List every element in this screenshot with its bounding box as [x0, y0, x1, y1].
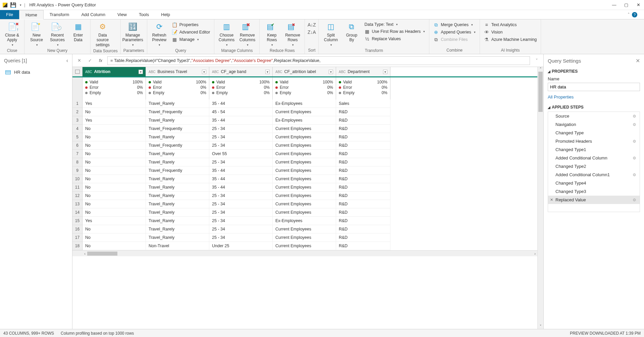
cell[interactable]: No — [83, 183, 146, 192]
manage-parameters-button[interactable]: 🔢ManageParameters▾ — [123, 21, 142, 48]
vertical-scrollbar[interactable]: ˄ ˅ — [537, 67, 543, 329]
cell[interactable]: No — [83, 208, 146, 217]
cell[interactable]: Travel_Rarely — [146, 233, 209, 242]
table-row[interactable]: 15YesTravel_Rarely25 - 34Ex-EmployeesR&D — [72, 217, 537, 225]
keep-rows-button[interactable]: ▤✔KeepRows▾ — [262, 21, 281, 48]
replace-values-button[interactable]: ½Replace Values — [363, 36, 426, 42]
scroll-up-icon[interactable]: ˄ — [538, 67, 543, 72]
cell[interactable]: R&D — [336, 233, 390, 242]
cell[interactable]: R&D — [336, 183, 390, 192]
cell[interactable]: 25 - 34 — [209, 158, 273, 166]
cell[interactable]: Travel_Rarely — [146, 133, 209, 141]
cell[interactable]: 35 - 44 — [209, 175, 273, 183]
cell[interactable]: 45 - 54 — [209, 108, 273, 116]
recent-sources-button[interactable]: 📄🕘RecentSources▾ — [48, 21, 67, 48]
table-row[interactable]: 5NoTravel_Rarely25 - 34Current Employees… — [72, 133, 537, 141]
new-source-button[interactable]: 📄★NewSource▾ — [27, 21, 46, 48]
cell[interactable]: R&D — [336, 242, 390, 250]
tab-view[interactable]: View — [111, 10, 133, 19]
cell[interactable]: Travel_Rarely — [146, 116, 209, 125]
close-settings-icon[interactable]: ✕ — [636, 58, 640, 64]
collapse-queries-icon[interactable]: ‹ — [66, 58, 68, 64]
tab-transform[interactable]: Transform — [44, 10, 75, 19]
tab-file[interactable]: File — [0, 10, 19, 19]
cell[interactable]: Under 25 — [209, 242, 273, 250]
row-number[interactable]: 6 — [72, 141, 83, 150]
cell[interactable]: 35 - 44 — [209, 99, 273, 108]
row-number[interactable]: 12 — [72, 192, 83, 200]
cell[interactable]: No — [83, 200, 146, 208]
cell[interactable]: Ex-Employees — [273, 217, 336, 225]
save-icon[interactable]: 💾 — [10, 2, 16, 8]
scroll-left-icon[interactable]: ‹ — [83, 252, 87, 256]
cancel-formula-button[interactable]: ✕ — [75, 57, 83, 65]
cell[interactable]: 35 - 44 — [209, 116, 273, 125]
formula-input[interactable]: = Table.ReplaceValue(#"Changed Type3","A… — [107, 56, 530, 65]
column-header-department[interactable]: ABCDepartment▾ — [336, 67, 390, 76]
enter-data-button[interactable]: ▦EnterData — [69, 21, 88, 43]
data-type-button[interactable]: Data Type: Text▾ — [363, 21, 426, 27]
cell[interactable]: No — [83, 141, 146, 150]
row-number[interactable]: 7 — [72, 150, 83, 158]
table-row[interactable]: 4NoTravel_Frequently25 - 34Current Emplo… — [72, 125, 537, 133]
cell[interactable]: Current Employees — [273, 108, 336, 116]
cell[interactable]: Travel_Rarely — [146, 192, 209, 200]
scroll-right-icon[interactable]: › — [533, 252, 537, 256]
cell[interactable]: Current Employees — [273, 166, 336, 175]
cell[interactable]: Travel_Rarely — [146, 225, 209, 233]
applied-step[interactable]: Changed Type3 — [548, 187, 640, 196]
applied-step[interactable]: Source⚙ — [548, 112, 640, 120]
filter-icon[interactable]: ▾ — [329, 70, 333, 74]
close-apply-button[interactable]: 📄✖↑Close &Apply▾ — [3, 21, 21, 48]
table-row[interactable]: 2NoTravel_Frequently45 - 54Current Emplo… — [72, 108, 537, 116]
row-number[interactable]: 2 — [72, 108, 83, 116]
applied-step[interactable]: Promoted Headers⚙ — [548, 137, 640, 145]
gear-icon[interactable]: ⚙ — [633, 114, 636, 119]
tab-home[interactable]: Home — [19, 10, 44, 19]
cell[interactable]: 25 - 34 — [209, 141, 273, 150]
cell[interactable]: No — [83, 242, 146, 250]
table-row[interactable]: 3YesTravel_Rarely35 - 44Ex-EmployeesR&D — [72, 116, 537, 125]
cell[interactable]: R&D — [336, 133, 390, 141]
table-row[interactable]: 18NoNon-TravelUnder 25Current EmployeesR… — [72, 242, 537, 250]
cell[interactable]: No — [83, 108, 146, 116]
cell[interactable]: 25 - 34 — [209, 233, 273, 242]
cell[interactable]: Travel_Frequently — [146, 108, 209, 116]
row-number[interactable]: 4 — [72, 125, 83, 133]
cell[interactable]: Current Employees — [273, 233, 336, 242]
row-number[interactable]: 1 — [72, 99, 83, 108]
table-row[interactable]: 12NoTravel_Rarely25 - 34Current Employee… — [72, 192, 537, 200]
cell[interactable]: Travel_Rarely — [146, 175, 209, 183]
cell[interactable]: R&D — [336, 225, 390, 233]
cell[interactable]: Yes — [83, 99, 146, 108]
group-by-button[interactable]: ⧉GroupBy — [342, 21, 361, 43]
column-header-cf-age-band[interactable]: ABCCF_age band▾ — [209, 67, 272, 76]
remove-columns-button[interactable]: ▥✖RemoveColumns▾ — [238, 21, 257, 48]
fx-icon[interactable]: fx — [97, 57, 105, 65]
select-all-corner[interactable] — [72, 67, 83, 76]
cell[interactable]: 25 - 34 — [209, 200, 273, 208]
cell[interactable]: No — [83, 192, 146, 200]
row-number[interactable]: 8 — [72, 158, 83, 166]
cell[interactable]: No — [83, 125, 146, 133]
commit-formula-button[interactable]: ✓ — [86, 57, 94, 65]
filter-icon[interactable]: ▾ — [265, 70, 270, 74]
query-name-input[interactable] — [548, 83, 640, 91]
row-number[interactable]: 9 — [72, 166, 83, 175]
cell[interactable]: No — [83, 225, 146, 233]
cell[interactable]: Yes — [83, 116, 146, 125]
cell[interactable]: R&D — [336, 192, 390, 200]
row-number[interactable]: 5 — [72, 133, 83, 141]
applied-step[interactable]: Replaced Value⚙ — [548, 196, 640, 204]
cell[interactable]: Yes — [83, 217, 146, 225]
row-number[interactable]: 14 — [72, 208, 83, 217]
table-row[interactable]: 1YesTravel_Rarely35 - 44Ex-EmployeesSale… — [72, 99, 537, 108]
cell[interactable]: Current Employees — [273, 192, 336, 200]
gear-icon[interactable]: ⚙ — [633, 139, 636, 144]
row-number[interactable]: 10 — [72, 175, 83, 183]
minimize-button[interactable]: — — [611, 2, 617, 8]
table-row[interactable]: 11NoTravel_Rarely35 - 44Current Employee… — [72, 183, 537, 192]
cell[interactable]: 35 - 44 — [209, 166, 273, 175]
choose-columns-button[interactable]: ▥ChooseColumns▾ — [217, 21, 236, 48]
properties-button[interactable]: 📋Properties — [171, 21, 212, 28]
